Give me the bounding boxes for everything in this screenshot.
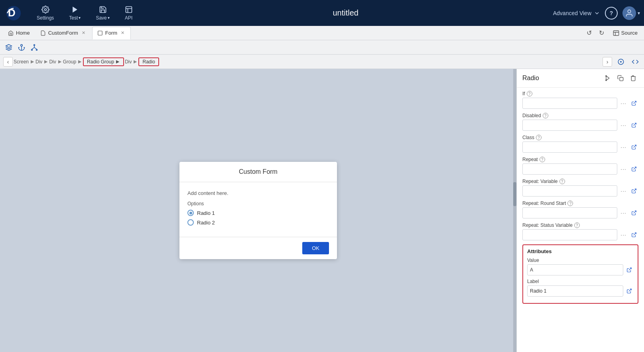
user-avatar[interactable]: ▾ [622,6,640,20]
if-help-icon[interactable]: ? [527,91,532,96]
svg-point-12 [36,49,37,50]
svg-line-15 [34,47,37,49]
app-logo[interactable]: D [4,4,23,23]
repeat-help-icon[interactable]: ? [540,157,545,162]
svg-line-26 [634,211,636,213]
class-ext[interactable] [630,143,638,151]
svg-line-22 [634,123,636,126]
radio-circle-2[interactable] [187,219,194,226]
source-button[interactable]: Source [610,29,641,37]
breadcrumb-screen[interactable]: Screen ▶ [14,59,35,65]
breadcrumb-div1[interactable]: Div ▶ [35,59,48,65]
panel-body: If ? ··· Disabled ? [517,88,644,352]
tab-customform-close[interactable]: ✕ [81,30,87,36]
prop-class-label: Class ? [522,135,638,140]
attr-label-ext[interactable] [625,287,634,295]
undo-button[interactable]: ↺ [585,28,593,37]
attributes-title: Attributes [527,248,634,254]
panel-actions [603,73,638,83]
class-help-icon[interactable]: ? [536,135,542,140]
toolbar-row [0,40,644,55]
form-footer: OK [179,237,337,259]
radio-item-1[interactable]: Radio 1 [187,210,329,216]
panel-cut-btn[interactable] [603,73,613,83]
form-placeholder: Add content here. [187,190,329,196]
repeat-variable-input[interactable] [522,185,617,197]
if-dots[interactable]: ··· [619,99,628,107]
advanced-view-button[interactable]: Advanced View [553,10,600,16]
svg-line-29 [629,289,631,291]
svg-rect-3 [126,6,132,12]
repeat-variable-dots[interactable]: ··· [619,187,628,195]
disabled-input[interactable] [522,120,617,131]
svg-point-10 [34,44,35,45]
prop-repeat-status-variable-label: Repeat: Status Variable ? [522,222,638,228]
breadcrumb-div3[interactable]: Div ▶ [125,59,138,65]
repeat-status-variable-input[interactable] [522,229,617,240]
save-button[interactable]: Save ▾ [90,3,115,23]
disabled-ext[interactable] [630,121,638,130]
repeat-variable-ext[interactable] [630,187,638,195]
repeat-round-start-help-icon[interactable]: ? [567,201,573,206]
repeat-round-start-input[interactable] [522,207,617,218]
tab-customform[interactable]: CustomForm ✕ [35,27,91,39]
layers-icon-btn[interactable] [3,42,14,53]
attr-value-ext[interactable] [625,265,634,274]
repeat-round-start-dots[interactable]: ··· [619,209,628,217]
svg-point-4 [628,10,630,12]
canvas-area: Custom Form Add content here. Options Ra… [0,69,516,352]
repeat-status-variable-help-icon[interactable]: ? [574,222,580,228]
if-ext[interactable] [630,99,638,108]
redo-button[interactable]: ↻ [597,28,606,37]
form-options-label: Options [187,201,329,206]
disabled-help-icon[interactable]: ? [543,113,548,118]
svg-line-23 [634,145,636,147]
breadcrumb-div2[interactable]: Div ▶ [49,59,62,65]
breadcrumb-group[interactable]: Group ▶ [63,59,82,65]
repeat-input[interactable] [522,163,617,175]
panel-copy-btn[interactable] [615,73,626,83]
anchor-icon-btn[interactable] [16,42,27,53]
tab-form[interactable]: Form ✕ [92,27,131,39]
prop-repeat-label: Repeat ? [522,157,638,162]
repeat-variable-help-icon[interactable]: ? [559,179,565,184]
tree-icon-btn[interactable] [29,42,40,53]
ok-button[interactable]: OK [302,242,329,254]
attr-value-input[interactable] [527,264,623,275]
attr-label-input[interactable] [527,285,623,297]
prop-repeat-round-start: Repeat: Round Start ? ··· [522,201,638,218]
radio-circle-1[interactable] [187,210,194,216]
tab-form-close[interactable]: ✕ [120,30,126,36]
repeat-status-variable-dots[interactable]: ··· [619,231,628,239]
repeat-dots[interactable]: ··· [619,165,628,173]
tab-bar: Home CustomForm ✕ Form ✕ ↺ ↻ Source [0,26,644,40]
repeat-ext[interactable] [630,165,638,173]
attributes-box: Attributes Value Label [522,244,638,304]
if-input[interactable] [522,98,617,109]
disabled-dots[interactable]: ··· [619,121,628,129]
breadcrumb-prev[interactable]: ‹ [3,57,13,67]
canvas-scroll-thumb[interactable] [513,182,516,206]
breadcrumb-radio-group[interactable]: Radio Group ▶ [83,57,124,66]
panel-delete-btn[interactable] [628,73,638,83]
app-title: untitled [142,8,549,18]
prop-class: Class ? ··· [522,135,638,153]
help-button[interactable]: ? [605,7,618,20]
breadcrumb-radio[interactable]: Radio [138,57,159,66]
class-input[interactable] [522,142,617,153]
breadcrumb-next[interactable]: › [603,57,612,67]
api-button[interactable]: API [119,3,138,23]
svg-line-27 [634,233,636,235]
tab-home[interactable]: Home [3,27,35,39]
svg-rect-20 [620,77,623,81]
panel-title: Radio [522,75,539,82]
radio-item-2[interactable]: Radio 2 [187,219,329,226]
svg-rect-6 [613,31,618,35]
test-button[interactable]: Test ▾ [63,3,86,23]
class-dots[interactable]: ··· [619,143,628,151]
panel-stack-icon[interactable] [615,56,626,67]
settings-button[interactable]: Settings [31,3,59,23]
panel-code-icon[interactable] [630,56,641,67]
repeat-round-start-ext[interactable] [630,208,638,217]
repeat-status-variable-ext[interactable] [630,230,638,239]
